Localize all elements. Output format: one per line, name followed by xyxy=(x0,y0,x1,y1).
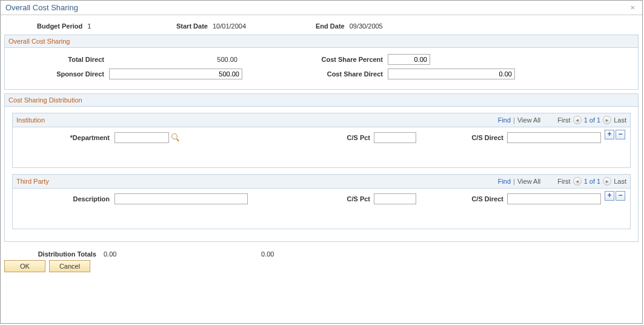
inst-cs-direct-input[interactable] xyxy=(507,132,601,143)
third-party-add-row-button[interactable]: + xyxy=(605,191,614,201)
institution-row: *Department C/S Pct C/S Direct xyxy=(18,132,625,143)
inst-cs-pct-area: C/S Pct xyxy=(337,132,416,143)
description-field-group xyxy=(115,193,248,204)
tp-cs-direct-area: C/S Direct xyxy=(440,193,601,204)
inst-cs-direct-area: C/S Direct xyxy=(440,132,601,143)
third-party-row: Description C/S Pct C/S Direct xyxy=(18,193,625,204)
budget-period-value: 1 xyxy=(87,22,91,30)
overall-cost-sharing-section: Overall Cost Sharing Total Direct 500.00… xyxy=(4,35,639,90)
budget-period: Budget Period 1 xyxy=(37,22,176,30)
third-party-remove-row-button[interactable]: − xyxy=(616,191,625,201)
end-date-value: 09/30/2005 xyxy=(350,22,383,30)
end-date-label: End Date xyxy=(316,22,345,30)
ok-button[interactable]: OK xyxy=(4,260,45,272)
dialog-header: Overall Cost Sharing × xyxy=(1,1,642,15)
department-input[interactable] xyxy=(115,132,169,143)
budget-info-row: Budget Period 1 Start Date 10/01/2004 En… xyxy=(1,15,642,35)
institution-title: Institution xyxy=(16,116,45,124)
third-party-subsection: Third Party Find | View All First ◄ 1 of… xyxy=(12,174,631,229)
close-icon[interactable]: × xyxy=(628,3,637,12)
third-party-find-link[interactable]: Find xyxy=(498,178,511,185)
institution-nav: Find | View All First ◄ 1 of 1 ► Last xyxy=(498,116,626,124)
description-input[interactable] xyxy=(115,193,248,204)
third-party-add-remove: + − xyxy=(605,191,625,201)
distribution-totals-val1: 0.00 xyxy=(104,250,152,258)
institution-body: + − *Department C/S Pct xyxy=(13,127,630,167)
institution-prev-icon[interactable]: ◄ xyxy=(573,116,582,124)
dist-section-header: Cost Sharing Distribution xyxy=(5,94,638,107)
sponsor-direct-label: Sponsor Direct xyxy=(12,70,109,78)
institution-subsection: Institution Find | View All First ◄ 1 of… xyxy=(12,113,631,168)
third-party-pager[interactable]: 1 of 1 xyxy=(584,178,601,185)
department-lookup-icon[interactable] xyxy=(171,133,180,142)
institution-first-label: First xyxy=(557,116,570,124)
institution-last-label: Last xyxy=(614,116,626,124)
total-direct-value: 500.00 xyxy=(109,56,242,63)
tp-cs-direct-input[interactable] xyxy=(507,193,601,204)
tp-cs-direct-label: C/S Direct xyxy=(440,195,507,203)
cancel-button[interactable]: Cancel xyxy=(49,260,90,272)
institution-add-row-button[interactable]: + xyxy=(605,130,614,139)
third-party-last-label: Last xyxy=(614,178,626,185)
budget-period-label: Budget Period xyxy=(37,22,82,30)
department-label: *Department xyxy=(18,134,115,141)
dist-section-body: Institution Find | View All First ◄ 1 of… xyxy=(5,107,638,241)
ocs-section-header: Overall Cost Sharing xyxy=(5,35,638,48)
third-party-first-label: First xyxy=(557,178,570,185)
cost-share-direct-label: Cost Share Direct xyxy=(303,70,388,78)
button-row: OK Cancel xyxy=(1,260,642,276)
cost-sharing-distribution-section: Cost Sharing Distribution Institution Fi… xyxy=(4,93,639,242)
third-party-header: Third Party Find | View All First ◄ 1 of… xyxy=(13,175,630,189)
total-direct-label: Total Direct xyxy=(12,56,109,63)
third-party-viewall[interactable]: View All xyxy=(517,178,540,185)
third-party-body: + − Description C/S Pct xyxy=(13,189,630,229)
institution-pager[interactable]: 1 of 1 xyxy=(584,116,601,124)
third-party-next-icon[interactable]: ► xyxy=(603,177,611,186)
nav-separator: | xyxy=(513,178,515,185)
start-date: Start Date 10/01/2004 xyxy=(176,22,316,30)
distribution-totals-label: Distribution Totals xyxy=(19,250,104,258)
tp-cs-pct-label: C/S Pct xyxy=(337,195,374,203)
sponsor-direct-input[interactable] xyxy=(109,69,242,79)
distribution-totals-row: Distribution Totals 0.00 0.00 xyxy=(1,246,642,260)
start-date-value: 10/01/2004 xyxy=(213,22,246,30)
department-field-group xyxy=(115,132,180,143)
cost-share-direct-input[interactable] xyxy=(388,69,515,79)
inst-cs-direct-label: C/S Direct xyxy=(440,134,507,141)
ocs-row-2: Sponsor Direct Cost Share Direct xyxy=(12,69,631,79)
institution-header: Institution Find | View All First ◄ 1 of… xyxy=(13,113,630,127)
third-party-nav: Find | View All First ◄ 1 of 1 ► Last xyxy=(498,177,626,186)
inst-cs-pct-label: C/S Pct xyxy=(337,134,374,141)
ocs-row-1: Total Direct 500.00 Cost Share Percent xyxy=(12,54,631,65)
end-date: End Date 09/30/2005 xyxy=(316,22,455,30)
institution-next-icon[interactable]: ► xyxy=(603,116,611,124)
distribution-totals-val2: 0.00 xyxy=(261,250,310,258)
dialog-title: Overall Cost Sharing xyxy=(5,3,78,12)
dialog: Overall Cost Sharing × Budget Period 1 S… xyxy=(0,0,643,324)
nav-separator: | xyxy=(513,116,515,124)
cost-share-percent-label: Cost Share Percent xyxy=(303,56,388,63)
third-party-prev-icon[interactable]: ◄ xyxy=(573,177,582,186)
institution-find-link[interactable]: Find xyxy=(498,116,511,124)
cost-share-percent-input[interactable] xyxy=(388,54,430,65)
third-party-title: Third Party xyxy=(16,178,49,185)
tp-cs-pct-input[interactable] xyxy=(374,193,416,204)
institution-remove-row-button[interactable]: − xyxy=(616,130,625,139)
ocs-section-body: Total Direct 500.00 Cost Share Percent S… xyxy=(5,48,638,89)
start-date-label: Start Date xyxy=(176,22,208,30)
institution-viewall[interactable]: View All xyxy=(517,116,540,124)
description-label: Description xyxy=(18,195,115,203)
inst-cs-pct-input[interactable] xyxy=(374,132,416,143)
tp-cs-pct-area: C/S Pct xyxy=(337,193,416,204)
institution-add-remove: + − xyxy=(605,130,625,139)
